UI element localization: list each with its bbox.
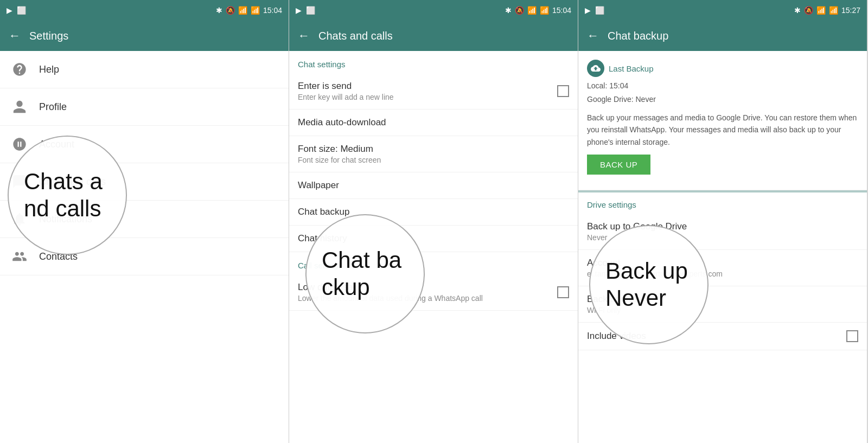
chats-content: Chat settings Enter is send Enter key wi…: [289, 51, 578, 443]
list-item-chat-history[interactable]: Chat history: [289, 226, 578, 252]
bluetooth-icon-3: ✱: [794, 6, 801, 15]
settings-item-help[interactable]: Help: [0, 51, 289, 88]
bluetooth-icon: ✱: [216, 6, 222, 15]
panel3: ▶ ⬜ ✱ 🔕 📶 📶 15:27 ← Chat backup: [578, 0, 867, 443]
backup-over-value: Wi-Fi only: [587, 306, 858, 314]
list-item-backup-drive[interactable]: Back up to Google Drive Never: [578, 214, 867, 250]
app-bar-1: ← Settings: [0, 21, 289, 51]
chat-history-title: Chat history: [298, 233, 569, 244]
list-item-wallpaper[interactable]: Wallpaper: [289, 172, 578, 199]
chat-backup-title: Chat backup: [298, 207, 569, 217]
image-icon-3: ⬜: [595, 6, 604, 15]
app-bar-title-3: Chat backup: [608, 30, 668, 42]
list-item-enter-send[interactable]: Enter is send Enter key will add a new l…: [289, 73, 578, 110]
list-item-font[interactable]: Font size: Medium Font size for chat scr…: [289, 136, 578, 172]
upload-icon: [587, 60, 604, 77]
low-data-title: Low data usage: [298, 282, 557, 293]
include-videos-title: Include videos: [587, 331, 846, 342]
last-backup-title: Last Backup: [587, 60, 858, 77]
wifi-icon: 📶: [238, 6, 247, 15]
list-item-include-videos[interactable]: Include videos: [578, 323, 867, 350]
account-label: Account: [39, 139, 74, 150]
list-item-backup-over[interactable]: Back up over Wi-Fi only: [578, 286, 867, 323]
backup-content: Last Backup Local: 15:04 Google Drive: N…: [578, 51, 867, 443]
font-content: Font size: Medium Font size for chat scr…: [298, 144, 569, 164]
account-title: Account: [587, 258, 858, 268]
mute-icon-2: 🔕: [515, 6, 524, 15]
settings-item-profile[interactable]: Profile: [0, 88, 289, 126]
contacts-label: Contacts: [39, 251, 78, 262]
signal-icon-3: 📶: [829, 6, 838, 15]
low-data-subtitle: Lower the amount of data used during a W…: [298, 294, 557, 303]
bluetooth-icon-2: ✱: [505, 6, 512, 15]
enter-send-checkbox[interactable]: [557, 85, 569, 97]
wifi-icon-3: 📶: [816, 6, 826, 15]
status-time-3: 15:27: [841, 6, 860, 15]
backup-description: Back up your messages and media to Googl…: [587, 112, 858, 148]
app-bar-title-2: Chats and calls: [318, 30, 393, 42]
gdrive-backup-info: Google Drive: Never: [587, 94, 858, 105]
help-icon: [9, 59, 30, 80]
back-button-3[interactable]: ←: [587, 29, 599, 43]
account-value: el.tanasychuk@smartphoneexperts.com: [587, 269, 858, 278]
status-icons-right-3: ✱ 🔕 📶 📶 15:27: [794, 6, 860, 15]
settings-item-chats[interactable]: Chats and calls: [0, 163, 289, 201]
last-backup-section: Last Backup Local: 15:04 Google Drive: N…: [578, 51, 867, 190]
image-icon: ⬜: [17, 6, 26, 15]
include-videos-content: Include videos: [587, 331, 846, 342]
status-time-1: 15:04: [263, 6, 282, 15]
play-icon-3: ▶: [585, 6, 591, 15]
enter-send-title: Enter is send: [298, 81, 557, 92]
status-time-2: 15:04: [552, 6, 571, 15]
status-bar-2: ▶ ⬜ ✱ 🔕 📶 📶 15:04: [289, 0, 578, 21]
wallpaper-title: Wallpaper: [298, 180, 569, 191]
local-backup-info: Local: 15:04: [587, 80, 858, 92]
account-content: Account el.tanasychuk@smartphoneexperts.…: [587, 258, 858, 278]
app-bar-2: ← Chats and calls: [289, 21, 578, 51]
font-title: Font size: Medium: [298, 144, 569, 155]
enter-send-content: Enter is send Enter key will add a new l…: [298, 81, 557, 101]
notifications-label: Notifications: [39, 214, 92, 225]
list-item-account[interactable]: Account el.tanasychuk@smartphoneexperts.…: [578, 250, 867, 286]
status-icons-right-1: ✱ 🔕 📶 📶 15:04: [216, 6, 282, 15]
backup-drive-content: Back up to Google Drive Never: [587, 221, 858, 242]
app-bar-title-1: Settings: [29, 30, 68, 42]
status-icons-left-3: ▶ ⬜: [585, 6, 604, 15]
settings-item-account[interactable]: Account: [0, 126, 289, 163]
chat-settings-header: Chat settings: [289, 51, 578, 73]
list-item-media[interactable]: Media auto-download: [289, 110, 578, 136]
app-bar-3: ← Chat backup: [578, 21, 867, 51]
list-item-chat-backup[interactable]: Chat backup: [289, 199, 578, 226]
call-settings-header: Call settings: [289, 252, 578, 274]
help-label: Help: [39, 64, 59, 75]
chats-icon: [9, 171, 30, 192]
chat-backup-content: Chat backup: [298, 207, 569, 217]
status-icons-right-2: ✱ 🔕 📶 📶 15:04: [505, 6, 571, 15]
play-icon-2: ▶: [296, 6, 302, 15]
chat-history-content: Chat history: [298, 233, 569, 244]
settings-item-notifications[interactable]: Notifications: [0, 201, 289, 238]
settings-content: Help Profile Account Ch: [0, 51, 289, 443]
backup-button[interactable]: BACK UP: [587, 155, 650, 175]
settings-item-contacts[interactable]: Contacts: [0, 238, 289, 275]
account-icon: [9, 133, 30, 155]
list-item-low-data[interactable]: Low data usage Lower the amount of data …: [289, 274, 578, 311]
signal-icon-2: 📶: [540, 6, 549, 15]
play-icon: ▶: [7, 6, 12, 15]
mute-icon-3: 🔕: [804, 6, 813, 15]
backup-drive-value: Never: [587, 233, 858, 242]
profile-label: Profile: [39, 101, 67, 113]
backup-over-content: Back up over Wi-Fi only: [587, 294, 858, 314]
backup-over-title: Back up over: [587, 294, 858, 305]
wallpaper-content: Wallpaper: [298, 180, 569, 191]
back-button-1[interactable]: ←: [9, 29, 21, 43]
include-videos-checkbox[interactable]: [846, 330, 858, 342]
back-button-2[interactable]: ←: [298, 29, 310, 43]
low-data-content: Low data usage Lower the amount of data …: [298, 282, 557, 303]
contacts-icon: [9, 246, 30, 267]
mute-icon: 🔕: [226, 6, 235, 15]
status-bar-1: ▶ ⬜ ✱ 🔕 📶 📶 15:04: [0, 0, 289, 21]
low-data-checkbox[interactable]: [557, 286, 569, 298]
chats-label: Chats and calls: [39, 176, 106, 188]
status-icons-left-2: ▶ ⬜: [296, 6, 315, 15]
